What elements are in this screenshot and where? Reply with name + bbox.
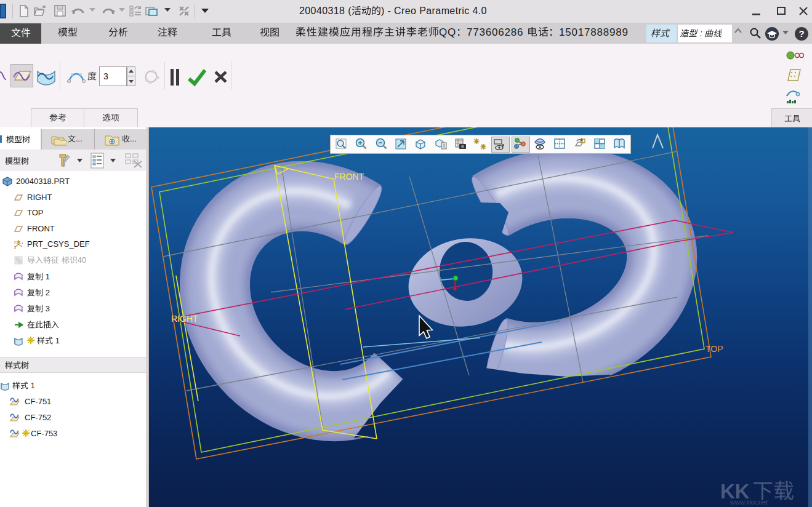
svg-text:www.kkx.net: www.kkx.net	[730, 498, 768, 506]
svg-text:2: 2	[14, 246, 16, 249]
svg-text:x: x	[22, 241, 23, 245]
svg-text:RIGHT: RIGHT	[171, 314, 198, 324]
svg-text:?: ?	[798, 28, 804, 39]
svg-text:TOP: TOP	[705, 344, 723, 354]
svg-text:y: y	[14, 240, 16, 244]
svg-text:FRONT: FRONT	[334, 172, 364, 182]
